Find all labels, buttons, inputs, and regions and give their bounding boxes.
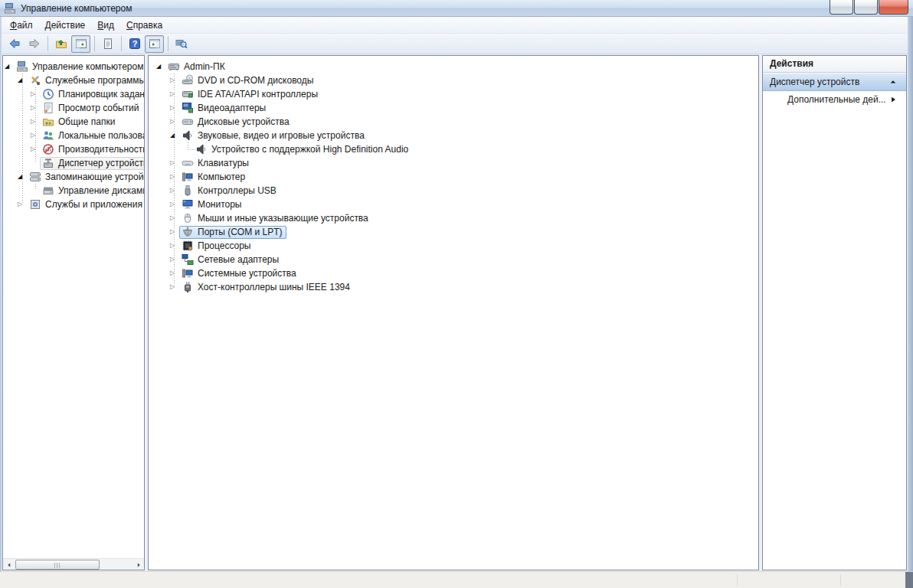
tree-item-label: Мониторы: [197, 199, 242, 210]
toolbar-help-button[interactable]: ?: [125, 35, 144, 53]
tree-item-body: Контроллеры USB: [179, 185, 280, 198]
collapse-expander-icon[interactable]: ◢: [170, 129, 179, 142]
device-tree-item-ide-ata-atapi[interactable]: ▷IDE ATA/ATAPI контроллеры: [149, 87, 758, 101]
actions-item-more-actions[interactable]: Дополнительные дей...: [763, 91, 906, 108]
menu-action[interactable]: Действие: [39, 18, 92, 32]
expand-expander-icon[interactable]: ▷: [170, 87, 179, 101]
device-tree-item-network-adapters[interactable]: ▷Сетевые адаптеры: [149, 253, 758, 266]
expand-expander-icon[interactable]: ▷: [170, 198, 179, 211]
expand-expander-icon[interactable]: ▷: [170, 225, 179, 239]
toolbar-separator: [47, 36, 48, 51]
usb-controller-icon: [182, 185, 194, 197]
action-pane-toggle-icon: [149, 38, 161, 50]
status-separator: [840, 574, 841, 586]
expand-expander-icon[interactable]: ▷: [170, 239, 179, 253]
tree-item-body: Дисковые устройства: [179, 116, 293, 129]
restore-button[interactable]: [854, 0, 878, 15]
tree-item-body: Видеоадаптеры: [179, 102, 270, 115]
device-tree-item-hd-audio-device[interactable]: Устройство с поддержкой High Definition …: [149, 142, 758, 156]
console-tree-item-performance[interactable]: ▷Производительность: [3, 142, 144, 156]
toolbar-forward-button[interactable]: [25, 35, 44, 53]
console-tree-item-device-manager[interactable]: Диспетчер устройств: [3, 156, 144, 170]
device-tree-item-system-devices[interactable]: ▷Системные устройства: [149, 266, 758, 280]
tree-item-label: Системные устройства: [197, 268, 297, 279]
scroll-left-button[interactable]: [3, 559, 15, 570]
device-tree-item-admin-pc[interactable]: ◢Admin-ПК: [149, 60, 758, 74]
titlebar[interactable]: Управление компьютером: [0, 0, 913, 17]
console-tree-item-computer-management-root[interactable]: ◢Управление компьютером (л: [3, 60, 144, 74]
device-tree-item-ports-com-lpt[interactable]: ▷Порты (COM и LPT): [149, 225, 758, 239]
device-tree-item-ieee1394[interactable]: ▷Хост-контроллеры шины IEEE 1394: [149, 280, 758, 294]
expand-expander-icon[interactable]: ▷: [170, 266, 179, 280]
collapse-expander-icon[interactable]: ◢: [5, 60, 14, 74]
computer-device-icon: [182, 267, 194, 279]
minimize-button[interactable]: [830, 0, 853, 15]
tree-item-label: Запоминающие устройст: [44, 172, 144, 182]
serial-port-icon: [182, 226, 194, 238]
expand-expander-icon[interactable]: ▷: [170, 184, 179, 198]
toolbar-separator: [121, 36, 122, 51]
ieee1394-controller-icon: [182, 281, 194, 293]
expand-expander-icon[interactable]: ▷: [170, 211, 179, 225]
menu-bar: ФайлДействиеВидСправка: [2, 17, 908, 34]
tree-item-body: Локальные пользовате: [40, 129, 144, 142]
tree-connector-line: [174, 74, 175, 287]
device-tree-item-video-adapters[interactable]: ▷Видеоадаптеры: [149, 101, 758, 115]
close-button[interactable]: [879, 0, 908, 15]
expand-expander-icon[interactable]: ▷: [170, 280, 179, 294]
scrollbar-thumb[interactable]: [15, 560, 100, 570]
expand-expander-icon[interactable]: ▷: [170, 115, 179, 129]
tree-item-label: Порты (COM и LPT): [197, 227, 283, 237]
video-adapter-icon: [182, 102, 194, 114]
scroll-right-button[interactable]: [133, 559, 144, 570]
console-tree-item-system-tools[interactable]: ◢Служебные программы: [3, 74, 144, 87]
console-tree-item-task-scheduler[interactable]: ▷Планировщик заданий: [3, 87, 144, 101]
device-tree-item-dvd-cdrom[interactable]: ▷DVD и CD-ROM дисководы: [149, 74, 758, 87]
console-tree-item-shared-folders[interactable]: ▷Общие папки: [3, 115, 144, 129]
console-tree-item-local-users[interactable]: ▷Локальные пользовате: [3, 129, 144, 142]
console-tree-item-storage[interactable]: ◢Запоминающие устройст: [3, 170, 144, 184]
console-tree-pane: ◢Управление компьютером (л◢Служебные про…: [2, 55, 145, 570]
console-tree-item-services-applications[interactable]: ▷Службы и приложения: [3, 198, 144, 211]
tree-connector-line: [188, 149, 196, 150]
tree-item-label: Звуковые, видео и игровые устройства: [197, 130, 365, 141]
device-tree-item-keyboards[interactable]: ▷Клавиатуры: [149, 156, 758, 170]
toolbar-show-action-pane-button[interactable]: [145, 35, 164, 53]
toolbar-back-button[interactable]: [5, 35, 24, 53]
computer-device-icon: [182, 171, 194, 183]
toolbar-up-one-level-button[interactable]: [51, 35, 70, 53]
device-tree-item-monitors[interactable]: ▷Мониторы: [149, 198, 758, 211]
device-tree-item-sound-video-game[interactable]: ◢Звуковые, видео и игровые устройства: [149, 129, 758, 142]
storage-icon: [29, 171, 41, 183]
dvd-drive-icon: [182, 74, 194, 87]
device-tree-item-computer-node[interactable]: ▷Компьютер: [149, 170, 758, 184]
services-icon: [29, 198, 41, 211]
tree-item-label: Планировщик заданий: [57, 89, 144, 100]
menu-file[interactable]: Файл: [4, 18, 39, 32]
toolbar-show-console-tree-button[interactable]: [71, 35, 90, 53]
console-tree-item-disk-management[interactable]: Управление дисками: [3, 184, 144, 198]
console-tree-toggle-icon: [75, 38, 87, 50]
toolbar-scan-hardware-changes-button[interactable]: [172, 35, 191, 53]
tree-item-body: Общие папки: [40, 116, 119, 129]
device-tree-item-disk-drives[interactable]: ▷Дисковые устройства: [149, 115, 758, 129]
device-tree-item-processors[interactable]: ▷Процессоры: [149, 239, 758, 253]
tree-item-body: Производительность: [40, 143, 144, 156]
horizontal-scrollbar[interactable]: [3, 558, 144, 570]
expand-expander-icon[interactable]: ▷: [170, 156, 179, 170]
actions-section-device-manager[interactable]: Диспетчер устройств: [763, 73, 906, 91]
menu-help[interactable]: Справка: [120, 18, 169, 32]
expand-expander-icon[interactable]: ▷: [170, 101, 179, 115]
device-tree-item-usb-controllers[interactable]: ▷Контроллеры USB: [149, 184, 758, 198]
chevron-up-icon[interactable]: [887, 76, 899, 88]
expand-expander-icon[interactable]: ▷: [170, 170, 179, 184]
expand-expander-icon[interactable]: ▷: [170, 74, 179, 87]
toolbar-properties-button[interactable]: [98, 35, 117, 53]
device-tree-item-mice[interactable]: ▷Мыши и иные указывающие устройства: [149, 211, 758, 225]
resize-grip[interactable]: [905, 572, 913, 588]
actions-pane: Действия Диспетчер устройств Дополнитель…: [762, 55, 907, 570]
collapse-expander-icon[interactable]: ◢: [156, 60, 165, 74]
menu-view[interactable]: Вид: [91, 18, 120, 32]
expand-expander-icon[interactable]: ▷: [170, 253, 179, 266]
console-tree-item-event-viewer[interactable]: ▷Просмотр событий: [3, 101, 144, 115]
